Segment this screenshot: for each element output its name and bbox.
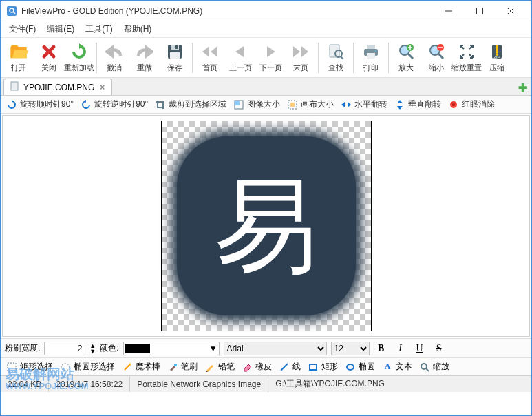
menu-tools[interactable]: 工具(T): [80, 22, 118, 37]
properties-bar: 粉刷宽度: ▲▼ 颜色: ▼ Arial 12 B I U S: [1, 338, 531, 357]
strike-button[interactable]: S: [432, 342, 447, 355]
first-page-button[interactable]: 首页: [195, 39, 225, 76]
rotate-cw-button[interactable]: 旋转顺时针90°: [3, 97, 76, 112]
svg-line-39: [281, 364, 288, 371]
separator: [192, 43, 193, 73]
canvas-area[interactable]: 易: [2, 115, 530, 337]
status-type: Portable Network Graphics Image: [130, 376, 268, 392]
close-button[interactable]: [495, 1, 526, 21]
svg-point-41: [347, 364, 354, 370]
zoom-tool-button[interactable]: 缩放: [416, 360, 452, 374]
print-button[interactable]: 打印: [356, 39, 386, 76]
reload-button[interactable]: 重新加载: [64, 39, 94, 76]
redo-button[interactable]: 重做: [129, 39, 160, 76]
floppy-icon: [165, 42, 184, 61]
svg-line-37: [125, 364, 130, 370]
zoom-reset-button[interactable]: 缩放重置: [451, 39, 482, 76]
spinner-icon[interactable]: ▲▼: [89, 343, 96, 354]
zoom-in-button[interactable]: 放大: [391, 39, 421, 76]
add-tab-button[interactable]: ✚: [518, 81, 527, 94]
menu-edit[interactable]: 编辑(E): [41, 22, 80, 37]
svg-rect-10: [175, 45, 178, 49]
separator: [318, 43, 319, 73]
app-icon: [6, 6, 17, 17]
rect-select-button[interactable]: 矩形选择: [3, 360, 56, 374]
prev-page-button[interactable]: 上一页: [225, 39, 255, 76]
compress-button[interactable]: ZIP压缩: [482, 39, 512, 76]
flip-vertical-button[interactable]: 垂直翻转: [392, 97, 444, 112]
svg-point-36: [61, 364, 70, 371]
image-size-button[interactable]: 图像大小: [231, 97, 283, 112]
image-toolbar: 旋转顺时针90° 旋转逆时针90° 裁剪到选择区域 图像大小 画布大小 水平翻转…: [1, 96, 531, 114]
svg-rect-8: [171, 45, 179, 50]
pencil-icon: [204, 362, 215, 373]
svg-point-17: [375, 50, 376, 52]
svg-rect-14: [367, 45, 375, 49]
line-icon: [279, 362, 290, 373]
first-icon: [200, 42, 220, 61]
next-page-button[interactable]: 下一页: [255, 39, 286, 76]
reload-icon: [70, 42, 89, 61]
italic-button[interactable]: I: [393, 342, 408, 355]
eraser-button[interactable]: 橡皮: [239, 360, 275, 374]
svg-point-34: [452, 103, 455, 106]
brush-icon: [167, 362, 178, 373]
svg-rect-0: [7, 6, 17, 16]
find-button[interactable]: 查找: [321, 39, 351, 76]
menu-file[interactable]: 文件(F): [3, 22, 41, 37]
brush-width-label: 粉刷宽度:: [5, 342, 40, 354]
eraser-icon: [242, 362, 253, 373]
svg-rect-16: [367, 53, 375, 59]
close-file-button[interactable]: 关闭: [34, 39, 64, 76]
bold-button[interactable]: B: [374, 342, 389, 355]
font-size-select[interactable]: 12: [331, 342, 370, 355]
color-swatch: [125, 344, 150, 353]
menu-help[interactable]: 帮助(H): [118, 22, 158, 37]
last-page-button[interactable]: 末页: [286, 39, 316, 76]
save-button[interactable]: 保存: [160, 39, 190, 76]
status-filesize: 22.04 KB: [1, 376, 49, 392]
last-icon: [291, 42, 310, 61]
rectangle-button[interactable]: 矩形: [305, 360, 341, 374]
canvas-size-button[interactable]: 画布大小: [284, 97, 337, 112]
zoom-tool-icon: [419, 362, 430, 373]
maximize-button[interactable]: [464, 1, 495, 21]
prev-icon: [231, 42, 250, 61]
pencil-button[interactable]: 铅笔: [202, 360, 237, 374]
statusbar: 22.04 KB 2019/1/7 16:58:22 Portable Netw…: [1, 375, 531, 392]
color-label: 颜色:: [100, 342, 118, 354]
canvas-size-icon: [287, 99, 298, 110]
brush-width-input[interactable]: [44, 342, 85, 355]
font-family-select[interactable]: Arial: [224, 342, 327, 355]
redo-icon: [135, 42, 154, 61]
redeye-button[interactable]: 红眼消除: [445, 97, 498, 112]
image-size-icon: [233, 99, 244, 110]
magic-wand-button[interactable]: 魔术棒: [119, 360, 163, 374]
color-picker[interactable]: ▼: [123, 342, 220, 355]
zoom-out-button[interactable]: 缩小: [421, 39, 451, 76]
tab-close-button[interactable]: ×: [98, 83, 106, 92]
redeye-icon: [448, 99, 459, 110]
tab-active[interactable]: YPOJIE.COM.PNG ×: [3, 79, 112, 95]
line-button[interactable]: 线: [276, 360, 304, 374]
rotate-ccw-button[interactable]: 旋转逆时针90°: [78, 97, 151, 112]
image-glyph: 易: [215, 174, 318, 278]
separator: [353, 43, 354, 73]
folder-open-icon: [9, 42, 28, 61]
open-button[interactable]: 打开: [3, 39, 34, 76]
ellipse-button[interactable]: 椭圆: [342, 360, 378, 374]
zoom-in-icon: [396, 42, 416, 61]
undo-icon: [105, 42, 124, 61]
flip-horizontal-button[interactable]: 水平翻转: [338, 97, 390, 112]
brush-button[interactable]: 笔刷: [164, 360, 200, 374]
titlebar: FileViewPro - GOLD Edition (YPOJIE.COM.P…: [1, 1, 531, 21]
underline-button[interactable]: U: [412, 342, 427, 355]
svg-rect-30: [235, 101, 240, 105]
svg-line-19: [408, 54, 413, 59]
minimize-button[interactable]: [433, 1, 464, 21]
text-button[interactable]: A文本: [379, 360, 415, 374]
crop-button[interactable]: 裁剪到选择区域: [152, 97, 229, 112]
undo-button[interactable]: 撤消: [99, 39, 129, 76]
ellipse-select-button[interactable]: 椭圆形选择: [57, 360, 118, 374]
crop-icon: [155, 99, 166, 110]
